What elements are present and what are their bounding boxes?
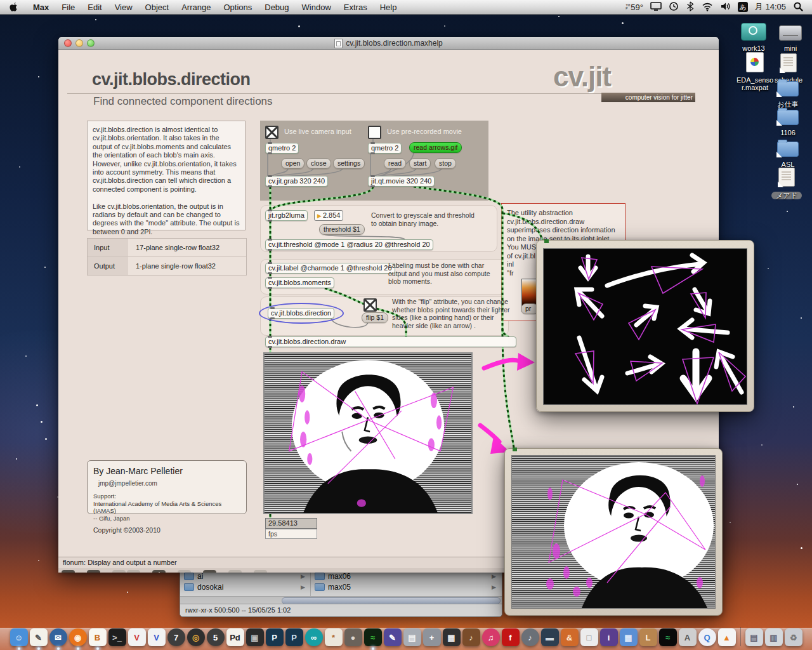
jit-qtmovie-object[interactable]: jit.qt.movie 320 240 (368, 176, 435, 187)
dock-icon-pure-data[interactable]: Pd (226, 628, 244, 646)
lock-patcher-button[interactable] (62, 570, 75, 573)
dock-icon-app-installer[interactable]: A (679, 628, 697, 646)
dock-icon-garageband[interactable]: ♪ (462, 628, 480, 646)
displays-menu-icon[interactable] (650, 1, 662, 13)
window-title-bar[interactable]: cv.jit.blobs.direction.maxhelp (58, 37, 719, 50)
dock-icon-max-jitter-cube[interactable]: ▣ (246, 628, 264, 646)
desktop-icon-work13[interactable]: work13 (733, 23, 774, 52)
dock-icon-arduino[interactable]: ∞ (305, 628, 323, 646)
dock-icon-orange-creature[interactable]: & (561, 628, 579, 646)
desktop-icon-meado[interactable]: メアド (766, 168, 807, 201)
patch-cord-button[interactable] (203, 570, 216, 573)
dock-icon-itunes[interactable]: ♫ (482, 628, 500, 646)
apple-menu-icon[interactable] (9, 2, 18, 12)
desktop-icon-oshigoto[interactable]: お仕事 (768, 81, 808, 108)
menu-arrange[interactable]: Arrange (181, 3, 211, 12)
read-message[interactable]: read (384, 158, 406, 169)
menu-window[interactable]: Window (302, 3, 331, 12)
dock-icon-finder[interactable]: ☺ (10, 628, 28, 646)
dock-icon-iphoto[interactable]: □ (580, 628, 598, 646)
desktop-icon-asl[interactable]: ASL (768, 142, 808, 168)
desktop-icon-schedule[interactable]: schedule (768, 53, 809, 84)
flip-message[interactable]: flip $1 (362, 312, 388, 323)
dock-icon-imovie[interactable]: ▬ (541, 628, 559, 646)
input-method-menu[interactable]: あ (738, 2, 748, 12)
dock-icon-processing-beta[interactable]: P (285, 628, 303, 646)
dock-icon-audio-headphones[interactable]: ♪ (521, 628, 539, 646)
finder-row-max05[interactable]: max05 ▶ (311, 581, 501, 592)
qmetro-object-left[interactable]: qmetro 2 (265, 143, 299, 154)
dock-icon-image-capture[interactable]: ▤ (403, 628, 421, 646)
prerecorded-movie-checkbox[interactable] (368, 126, 381, 139)
open-message[interactable]: open (281, 158, 304, 169)
dock-icon-vlc[interactable]: ▲ (718, 628, 736, 646)
dock-icon-capture-five[interactable]: 5 (207, 628, 225, 646)
menu-debug[interactable]: Debug (265, 3, 289, 12)
dock-icon-aperture-dial[interactable]: ◎ (187, 628, 205, 646)
draw-output-window[interactable] (504, 448, 723, 616)
segmented-cords-button[interactable] (112, 570, 126, 573)
wifi-menu-icon[interactable] (702, 1, 713, 13)
desktop-icon-mini[interactable]: mini (770, 25, 811, 52)
read-arrows-message[interactable]: read arrows.gif (409, 142, 462, 153)
dock-icon-oscilloscope[interactable]: ≈ (364, 628, 382, 646)
dock-icon-blue-grid[interactable]: ▦ (620, 628, 638, 646)
menu-help[interactable]: Help (380, 3, 397, 12)
dock-icon-stack-sites[interactable]: ▥ (765, 628, 783, 646)
cvjit-blobs-moments-object[interactable]: cv.jit.blobs.moments (265, 277, 334, 288)
dock-icon-vnc-server[interactable]: V (148, 628, 166, 646)
volume-menu-icon[interactable] (720, 1, 731, 13)
inspector-button[interactable] (178, 570, 191, 573)
cvjit-threshold-object[interactable]: cv.jit.threshold @mode 1 @radius 20 @thr… (265, 239, 433, 250)
settings-message[interactable]: settings (333, 158, 365, 169)
bluetooth-menu-icon[interactable] (686, 1, 695, 13)
flip-checkbox[interactable] (363, 298, 377, 312)
spotlight-icon[interactable] (793, 1, 803, 13)
cvjit-blobs-direction-object[interactable]: cv.jit.blobs.direction (268, 308, 334, 319)
direction-output-window[interactable] (536, 240, 754, 412)
menu-extras[interactable]: Extras (344, 3, 367, 12)
desktop-icon-1106[interactable]: 1106 (768, 110, 808, 136)
cvjit-blobs-direction-draw-object[interactable]: cv.jit.blobs.direction.draw (265, 336, 516, 347)
snap-button[interactable] (254, 570, 267, 573)
dock-icon-firefox[interactable]: ◉ (69, 628, 87, 646)
dock-icon-utility-tools[interactable]: + (423, 628, 441, 646)
video-pwindow[interactable] (263, 352, 473, 514)
dock-icon-text-edit[interactable]: ✎ (30, 628, 48, 646)
menu-edit[interactable]: Edit (88, 3, 102, 12)
dock-icon-terminal[interactable]: >_ (108, 628, 126, 646)
menu-file[interactable]: File (62, 3, 75, 12)
grid-button[interactable] (228, 570, 242, 573)
dock-icon-capture-seven[interactable]: 7 (167, 628, 185, 646)
dock-icon-desk-lamp[interactable]: L (639, 628, 657, 646)
temperature-menu[interactable]: TMP 59° (625, 3, 643, 12)
dock-icon-quicktime[interactable]: Q (698, 628, 716, 646)
start-message[interactable]: start (409, 158, 431, 169)
cvjit-grab-object[interactable]: cv.jit.grab 320 240 (265, 176, 328, 187)
dock-icon-activity-graph[interactable]: ≈ (659, 628, 677, 646)
dock-icon-film-camera[interactable]: ● (344, 628, 362, 646)
dock-icon-trash[interactable]: ♻ (785, 628, 802, 646)
finder-row-dosokai[interactable]: dosokai ▶ (180, 581, 310, 592)
threshold-message[interactable]: threshold $1 (319, 224, 365, 235)
stop-message[interactable]: stop (435, 158, 456, 169)
jit-rgb2luma-object[interactable]: jit.rgb2luma (265, 210, 308, 221)
dock-icon-midi-keyboard[interactable]: ▦ (443, 628, 461, 646)
menu-options[interactable]: Options (223, 3, 252, 12)
menu-view[interactable]: View (115, 3, 133, 12)
menu-object[interactable]: Object (145, 3, 169, 12)
dock-icon-processing[interactable]: P (266, 628, 284, 646)
dock-icon-vnc-viewer[interactable]: V (128, 628, 146, 646)
qmetro-object-right[interactable]: qmetro 2 (368, 143, 402, 154)
dock-icon-sketch-bird[interactable]: * (325, 628, 343, 646)
dock-icon-notebook[interactable]: ✎ (384, 628, 402, 646)
menu-max[interactable]: Max (33, 3, 49, 12)
presentation-mode-button[interactable] (152, 570, 166, 573)
threshold-number-box[interactable]: ▶2.854 (314, 210, 343, 221)
cvjit-label-object[interactable]: cv.jit.label @charmode 1 @threshold 20 (265, 263, 395, 274)
fps-number-display[interactable]: 29.58413 (265, 518, 317, 529)
delete-button[interactable] (127, 570, 140, 573)
dock-icon-inkwell[interactable]: i (600, 628, 618, 646)
menu-clock[interactable]: 月 14:05 (755, 1, 786, 13)
finder-window[interactable]: ai ▶ dosokai ▶ max06 ▶ max05 ▶ rwxr-xr-x… (180, 570, 502, 617)
